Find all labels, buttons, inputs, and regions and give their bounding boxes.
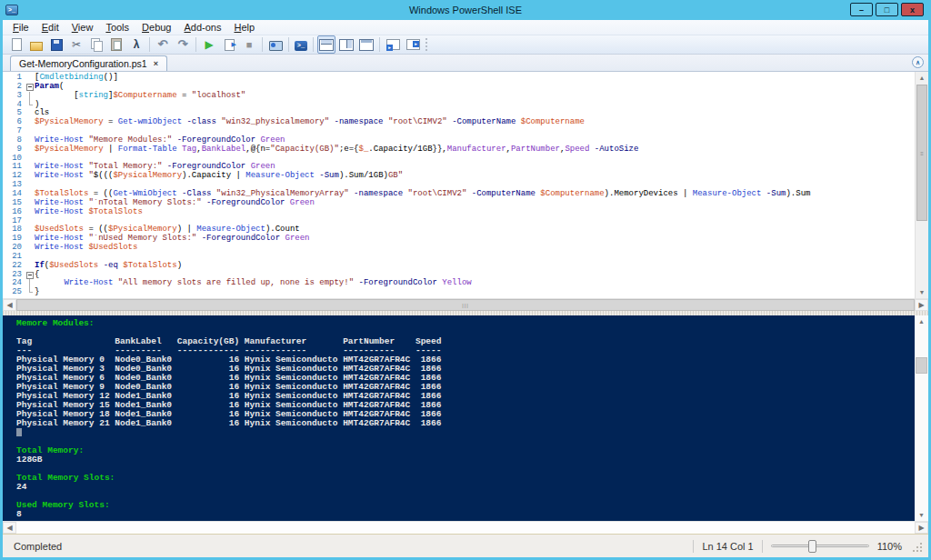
editor-line-4[interactable]: 4) <box>3 101 928 110</box>
open-script-button[interactable] <box>27 35 45 54</box>
editor-line-9[interactable]: 9$PysicalMemory | Format-Table Tag,BankL… <box>3 145 928 155</box>
editor-line-24[interactable]: 24 Write-Host "All memory slots are fill… <box>3 279 928 288</box>
editor-line-3[interactable]: 3 [string]$Computername = "localhost" <box>3 92 928 101</box>
maximize-icon: □ <box>885 5 889 15</box>
clear-console-pane-button[interactable]: λ <box>127 35 145 54</box>
scroll-down-icon[interactable]: ▼ <box>915 509 928 521</box>
editor-line-25[interactable]: 25} <box>3 288 928 297</box>
paste-button[interactable] <box>107 35 125 54</box>
scroll-right-icon[interactable]: ▶ <box>915 522 928 534</box>
scroll-down-icon[interactable]: ▼ <box>916 286 928 298</box>
toolbar: ✂λ↶↷▶■>_ <box>3 35 928 55</box>
show-script-pane-right-button[interactable] <box>337 35 355 54</box>
menu-item-file[interactable]: File <box>6 21 35 34</box>
menu-item-add-ons[interactable]: Add-ons <box>178 21 228 34</box>
menu-item-debug[interactable]: Debug <box>135 21 177 34</box>
zoom-slider[interactable] <box>771 539 869 554</box>
run-script-icon: ▶ <box>202 37 216 52</box>
new-script-icon <box>9 37 24 52</box>
editor-line-16[interactable]: 16Write-Host $TotalSlots <box>3 208 928 217</box>
zoom-slider-thumb[interactable] <box>808 540 816 553</box>
editor-horizontal-scrollbar[interactable]: ◀ ||| ▶ <box>3 298 928 311</box>
run-script-button[interactable]: ▶ <box>200 35 218 54</box>
tab-get-memoryconfiguration[interactable]: Get-MemoryConfiguration.ps1 × <box>10 55 167 71</box>
console-vertical-scrollbar[interactable]: ▲ ▼ <box>915 315 928 521</box>
console-line: 128GB <box>16 455 914 465</box>
editor-line-1[interactable]: 1[Cmdletbinding()] <box>3 74 928 83</box>
menu-item-help[interactable]: Help <box>227 21 261 34</box>
new-script-button[interactable] <box>7 35 25 54</box>
console-line: 24 <box>16 483 914 492</box>
resize-grip-icon[interactable] <box>912 543 923 554</box>
fold-gutter <box>25 92 35 101</box>
menu-item-tools[interactable]: Tools <box>99 21 135 34</box>
show-script-pane-top-button[interactable] <box>317 35 335 54</box>
close-powershell-tab-button[interactable] <box>404 35 422 54</box>
copy-button[interactable] <box>87 35 105 54</box>
console-pane[interactable]: Memore Modules:Tag BankLabel Capacity(GB… <box>3 315 928 521</box>
console-line: 8 <box>16 510 914 519</box>
console-vscroll-thumb[interactable] <box>916 357 927 374</box>
scroll-right-icon[interactable]: ▶ <box>915 299 928 311</box>
close-button[interactable]: x <box>901 3 924 16</box>
line-number: 25 <box>3 288 25 297</box>
new-remote-powershell-tab-button[interactable] <box>266 35 285 54</box>
tab-close-icon[interactable]: × <box>154 59 158 68</box>
start-powershell-exe-button[interactable]: >_ <box>293 37 309 53</box>
editor-line-12[interactable]: 12Write-Host "$((($PysicalMemory).Capaci… <box>3 172 928 181</box>
redo-button[interactable]: ↷ <box>174 35 192 54</box>
console-line: Used Memory Slots: <box>16 501 914 510</box>
code-text: If($UsedSlots -eq $TotalSlots) <box>35 262 182 271</box>
undo-button[interactable]: ↶ <box>154 35 172 54</box>
minimize-icon: – <box>859 5 864 15</box>
toolbar-gripper-icon <box>425 38 429 51</box>
console-horizontal-scrollbar[interactable]: ◀ ▶ <box>3 521 928 534</box>
editor-line-22[interactable]: 22If($UsedSlots -eq $TotalSlots) <box>3 262 928 271</box>
fold-gutter <box>25 136 35 145</box>
minimize-button[interactable]: – <box>850 3 873 16</box>
cut-button[interactable]: ✂ <box>67 35 85 54</box>
save-script-button[interactable] <box>47 35 65 54</box>
toolbar-separator <box>149 37 150 52</box>
maximize-button[interactable]: □ <box>876 3 898 16</box>
console-caret <box>16 428 22 436</box>
menu-item-view[interactable]: View <box>65 21 100 34</box>
editor-line-20[interactable]: 20Write-Host $UsedSlots <box>3 244 928 253</box>
save-script-icon <box>49 37 64 52</box>
code-text: Write-Host "All memory slots are filled … <box>35 279 472 288</box>
editor-line-6[interactable]: 6$PysicalMemory = Get-wmiObject -class "… <box>3 118 928 127</box>
console-line: Total Memory Slots: <box>16 474 914 483</box>
run-selection-button[interactable] <box>220 35 238 54</box>
fold-gutter <box>25 288 35 297</box>
editor-hscroll-thumb[interactable]: ||| <box>16 299 915 311</box>
show-script-pane-maximized-button[interactable] <box>357 35 375 54</box>
scroll-left-icon[interactable]: ◀ <box>3 299 16 311</box>
fold-collapse-icon[interactable] <box>25 271 35 280</box>
scroll-left-icon[interactable]: ◀ <box>3 522 16 534</box>
console-line <box>16 492 914 501</box>
fold-gutter <box>25 208 35 217</box>
menu-item-edit[interactable]: Edit <box>35 21 65 34</box>
fold-collapse-icon[interactable] <box>25 83 35 92</box>
titlebar[interactable]: >_ Windows PowerShell ISE – □ x <box>0 0 931 20</box>
collapse-script-pane-button[interactable]: ∧ <box>912 56 924 68</box>
editor-vertical-scrollbar[interactable]: ▲ ≡ ▼ <box>915 72 928 298</box>
toolbar-separator <box>195 37 196 52</box>
scroll-up-icon[interactable]: ▲ <box>916 72 928 84</box>
script-editor-pane[interactable]: 1[Cmdletbinding()]2Param(3 [string]$Comp… <box>3 72 928 298</box>
cut-icon: ✂ <box>69 37 84 52</box>
editor-line-19[interactable]: 19Write-Host "`nUsed Memory Slots:" -For… <box>3 235 928 244</box>
console-line: Physical Memory 21 Node1_Bank0 16 Hynix … <box>16 419 914 428</box>
fold-gutter <box>25 253 35 262</box>
window-title: Windows PowerShell ISE <box>0 5 931 15</box>
console-hscroll-track[interactable] <box>16 522 915 534</box>
zoom-slider-track[interactable] <box>771 545 869 547</box>
status-text: Completed <box>14 541 62 552</box>
new-powershell-tab-button[interactable] <box>384 35 402 54</box>
new-remote-powershell-tab-icon <box>268 37 283 52</box>
editor-vscroll-thumb[interactable]: ≡ <box>916 85 927 221</box>
redo-icon: ↷ <box>175 37 190 52</box>
code-text: Write-Host $UsedSlots <box>35 244 137 253</box>
toolbar-separator <box>379 37 380 52</box>
scroll-up-icon[interactable]: ▲ <box>915 315 928 327</box>
